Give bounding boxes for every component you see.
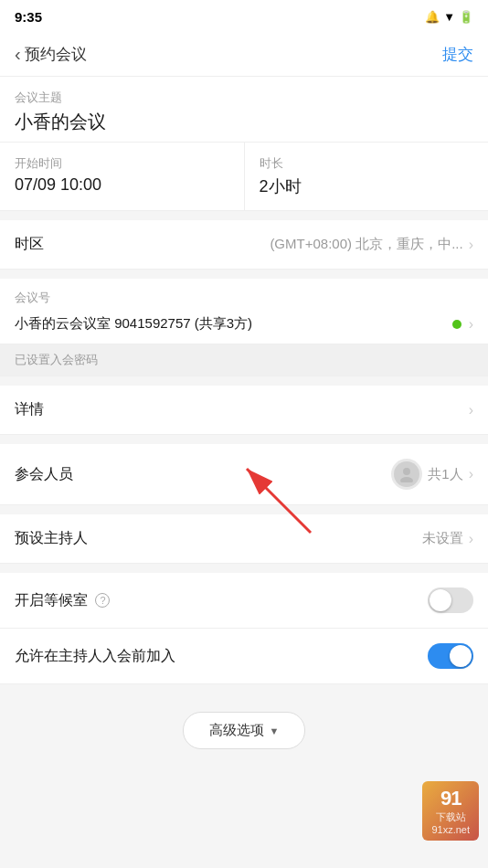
allow-join-row: 允许在主持人入会前加入 <box>0 629 488 684</box>
advanced-options-label: 高级选项 <box>209 722 264 739</box>
watermark-site: 下载站 <box>436 810 466 824</box>
submit-button[interactable]: 提交 <box>442 44 473 65</box>
avatar-inner <box>394 461 419 487</box>
divider-1 <box>0 211 488 220</box>
toggle-thumb-2 <box>450 645 472 667</box>
advanced-options-button[interactable]: 高级选项 ▼ <box>183 712 306 749</box>
participants-chevron-icon: › <box>469 466 473 482</box>
details-label: 详情 <box>15 400 44 419</box>
allow-join-toggle[interactable] <box>428 643 473 669</box>
header: ‹ 预约会议 提交 <box>0 33 488 77</box>
password-hint-label: 已设置入会密码 <box>15 353 98 366</box>
back-arrow-icon: ‹ <box>15 44 21 65</box>
divider-2 <box>0 270 488 279</box>
avatar <box>391 459 422 490</box>
start-time-label: 开始时间 <box>15 155 229 172</box>
watermark-url: 91xz.net <box>431 824 470 835</box>
participants-right: 共1人 › <box>391 459 473 490</box>
time-duration-row: 开始时间 07/09 10:00 时长 2小时 <box>0 143 488 211</box>
meeting-number-section: 会议号 小香的云会议室 9041592757 (共享3方) › <box>0 279 488 344</box>
meeting-topic-section: 会议主题 小香的会议 <box>0 77 488 143</box>
details-right: › <box>469 402 473 418</box>
meeting-topic-label: 会议主题 <box>15 90 473 106</box>
meeting-number-value: 小香的云会议室 9041592757 (共享3方) <box>15 315 452 333</box>
default-host-value: 未设置 <box>422 530 463 547</box>
details-row[interactable]: 详情 › <box>0 386 488 435</box>
waiting-room-toggle[interactable] <box>428 587 473 613</box>
meeting-topic-value[interactable]: 小香的会议 <box>15 110 473 134</box>
start-time-item[interactable]: 开始时间 07/09 10:00 <box>0 143 244 210</box>
meeting-number-right: › <box>452 316 473 333</box>
divider-3 <box>0 376 488 386</box>
divider-4 <box>0 435 488 444</box>
watermark-box: 91 下载站 91xz.net <box>422 781 479 841</box>
duration-value: 2小时 <box>260 175 474 197</box>
timezone-value: (GMT+08:00) 北京，重庆，中... <box>270 236 462 253</box>
header-title: 预约会议 <box>25 44 87 65</box>
status-dot-icon <box>452 320 461 329</box>
timezone-chevron-icon: › <box>469 237 473 253</box>
help-icon[interactable]: ? <box>95 593 110 608</box>
allow-join-label: 允许在主持人入会前加入 <box>15 647 175 666</box>
waiting-room-label: 开启等候室 ? <box>15 591 110 610</box>
advanced-options-section: 高级选项 ▼ <box>0 684 488 767</box>
svg-point-0 <box>403 468 410 475</box>
status-bar: 9:35 🔔 ▼ 🔋 <box>0 0 488 33</box>
status-time: 9:35 <box>15 9 42 25</box>
participants-count: 共1人 <box>428 466 462 483</box>
advanced-options-arrow-icon: ▼ <box>270 725 280 736</box>
notification-icon: 🔔 <box>425 10 440 24</box>
default-host-chevron-icon: › <box>469 531 473 547</box>
timezone-row[interactable]: 时区 (GMT+08:00) 北京，重庆，中... › <box>0 220 488 270</box>
battery-icon: 🔋 <box>459 10 473 24</box>
start-time-value: 07/09 10:00 <box>15 175 229 195</box>
meeting-number-chevron-icon: › <box>469 316 473 333</box>
duration-item[interactable]: 时长 2小时 <box>244 143 489 210</box>
watermark: 91 下载站 91xz.net <box>422 781 479 841</box>
timezone-label: 时区 <box>15 235 44 254</box>
waiting-room-row: 开启等候室 ? <box>0 573 488 629</box>
participants-label: 参会人员 <box>15 465 73 484</box>
wifi-icon: ▼ <box>443 10 455 24</box>
svg-point-1 <box>400 477 413 482</box>
meeting-number-label: 会议号 <box>0 279 488 308</box>
divider-6 <box>0 564 488 573</box>
default-host-label: 预设主持人 <box>15 529 88 548</box>
status-icons: 🔔 ▼ 🔋 <box>425 10 473 24</box>
password-hint-row: 已设置入会密码 <box>0 344 488 376</box>
duration-label: 时长 <box>260 155 474 172</box>
default-host-right: 未设置 › <box>422 530 473 547</box>
watermark-top: 91 <box>440 787 461 810</box>
meeting-number-row[interactable]: 小香的云会议室 9041592757 (共享3方) › <box>0 308 488 344</box>
details-chevron-icon: › <box>469 402 473 418</box>
timezone-right: (GMT+08:00) 北京，重庆，中... › <box>270 236 473 253</box>
toggle-thumb <box>430 589 451 611</box>
back-button[interactable]: ‹ 预约会议 <box>15 44 87 65</box>
watermark-number: 91 <box>440 787 461 810</box>
